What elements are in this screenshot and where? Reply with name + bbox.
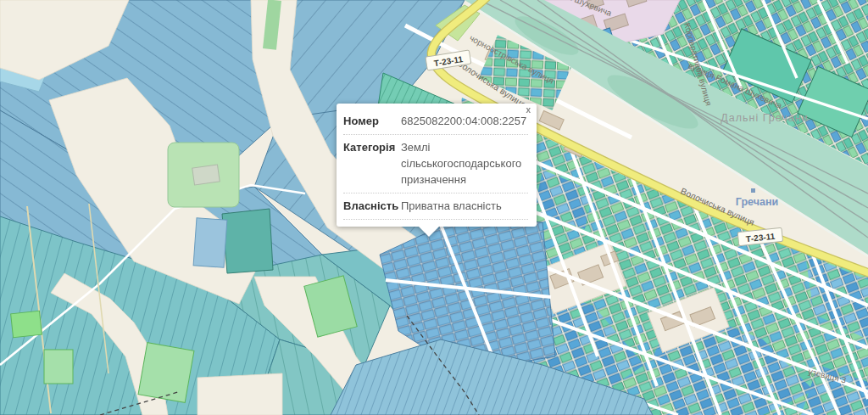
popup-value-ownership: Приватна власність xyxy=(401,198,528,214)
station-label-hrechany: Гречани xyxy=(736,196,778,208)
station-marker xyxy=(751,188,755,193)
popup-label-number: Номер xyxy=(343,113,401,129)
parcel-info-popup: x Номер 6825082200:04:008:2257 Категорія… xyxy=(337,104,537,227)
place-label-dalni-hrechany: Дальні Гречани xyxy=(721,112,808,124)
popup-label-ownership: Власність xyxy=(343,198,401,214)
cadastral-map-viewport: Дальні Гречани Гречани чорноострівська в… xyxy=(0,0,868,415)
popup-row-ownership: Власність Приватна власність xyxy=(343,193,528,220)
popup-row-category: Категорія Землі сільськогосподарського п… xyxy=(343,135,528,193)
popup-close-button[interactable]: x xyxy=(526,106,531,115)
popup-value-category: Землі сільськогосподарського призначення xyxy=(401,139,528,188)
popup-value-number: 6825082200:04:008:2257 xyxy=(401,113,528,129)
popup-row-number: Номер 6825082200:04:008:2257 xyxy=(343,109,528,135)
popup-tail-pointer xyxy=(418,226,440,237)
popup-label-category: Категорія xyxy=(343,139,401,188)
